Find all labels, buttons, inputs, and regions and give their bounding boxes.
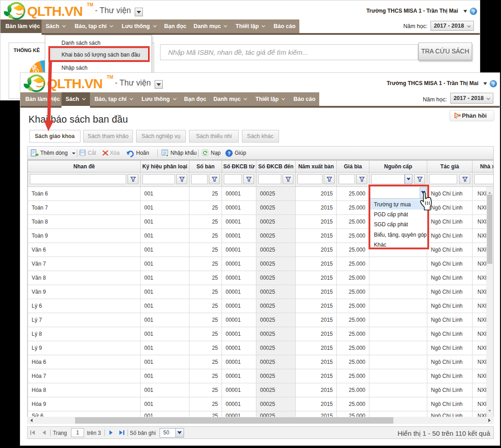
svg-text:?: ? bbox=[227, 151, 231, 156]
